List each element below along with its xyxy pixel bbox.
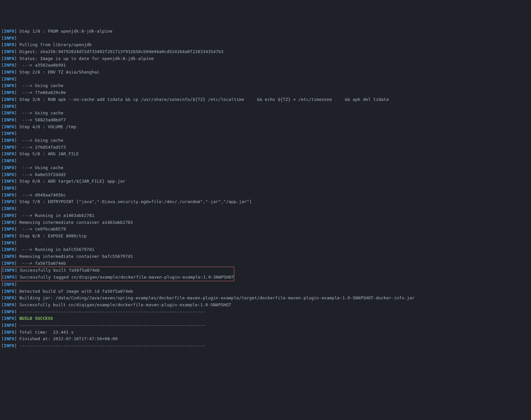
- bracket-close: ]: [14, 323, 19, 328]
- bracket-open: [: [1, 42, 4, 47]
- log-message: Step 4/8 : VOLUME /tmp: [19, 124, 76, 129]
- bracket-open: [: [1, 240, 4, 245]
- log-message: ---> Running in a1463abb2781: [19, 213, 94, 218]
- bracket-close: ]: [14, 309, 19, 314]
- log-level: INFO: [4, 233, 14, 238]
- log-level: INFO: [4, 76, 14, 81]
- log-level: INFO: [4, 97, 14, 102]
- log-line: [INFO]: [1, 185, 530, 192]
- bracket-close: ]: [14, 83, 19, 88]
- bracket-close: ]: [14, 42, 19, 47]
- bracket-close: ]: [14, 56, 19, 61]
- log-line: [INFO] ---------------------------------…: [1, 343, 530, 349]
- bracket-close: ]: [14, 90, 19, 95]
- bracket-open: [: [1, 172, 4, 177]
- log-line: [INFO] Pulling from library/openjdk: [1, 42, 530, 48]
- log-line: [INFO] Digest: sha256:94792824df2df33402…: [1, 48, 530, 55]
- bracket-open: [: [1, 56, 4, 61]
- log-line: [INFO]: [1, 103, 530, 110]
- log-message: ---> 77e66a629c0e: [19, 90, 66, 95]
- bracket-close: ]: [14, 240, 19, 245]
- log-line: [INFO] ---> Using cache: [1, 82, 530, 89]
- bracket-open: [: [1, 330, 4, 335]
- bracket-close: ]: [14, 117, 19, 122]
- log-level: INFO: [4, 323, 14, 328]
- bracket-open: [: [1, 76, 4, 81]
- bracket-close: ]: [14, 110, 19, 115]
- log-level: INFO: [4, 172, 14, 177]
- log-line: [INFO]: [1, 205, 530, 212]
- log-message: Successfully built cn/diqigan/example/do…: [19, 302, 231, 307]
- log-line: [INFO] Removing intermediate container a…: [1, 219, 530, 226]
- log-level: INFO: [4, 165, 14, 170]
- bracket-open: [: [1, 343, 4, 348]
- log-level: INFO: [4, 104, 14, 109]
- log-level: INFO: [4, 199, 14, 204]
- log-level: INFO: [4, 117, 14, 122]
- bracket-close: ]: [14, 206, 19, 211]
- bracket-open: [: [1, 261, 4, 266]
- log-message: Successfully tagged cn/diqigan/example/d…: [20, 275, 234, 280]
- bracket-open: [: [1, 289, 4, 294]
- bracket-open: [: [1, 220, 4, 225]
- bracket-open: [: [1, 29, 4, 34]
- log-line: [INFO] ---> 270d54fad5f3: [1, 144, 530, 151]
- bracket-close: ]: [14, 29, 19, 34]
- bracket-close: ]: [14, 63, 19, 68]
- log-message: ---> Using cache: [19, 83, 63, 88]
- bracket-open: [: [1, 206, 4, 211]
- bracket-close: ]: [14, 97, 19, 102]
- log-line: [INFO]: [1, 281, 530, 288]
- log-message: Step 3/8 : RUN apk --no-cache add tzdata…: [19, 97, 389, 102]
- bracket-close: ]: [14, 131, 19, 136]
- log-level: INFO: [4, 131, 14, 136]
- bracket-open: [: [2, 275, 4, 280]
- log-message: ----------------------------------------…: [19, 309, 206, 314]
- log-message: Step 8/8 : EXPOSE 8080/tcp: [19, 233, 87, 238]
- log-line: [INFO] Step 8/8 : EXPOSE 8080/tcp: [1, 233, 530, 240]
- bracket-close: ]: [14, 295, 19, 300]
- log-message: ---> a3562aa0b991: [19, 63, 66, 68]
- log-line: [INFO] Step 3/8 : RUN apk --no-cache add…: [1, 96, 530, 103]
- log-level: INFO: [4, 36, 14, 41]
- log-line: [INFO] Finished at: 2022-07-16T17:47:56+…: [1, 336, 530, 343]
- log-line: [INFO]: [1, 158, 530, 165]
- bracket-close: ]: [14, 145, 19, 150]
- log-level: INFO: [4, 247, 14, 252]
- bracket-open: [: [1, 302, 4, 307]
- bracket-open: [: [1, 36, 4, 41]
- log-line: [INFO] ---> a3562aa0b991: [1, 62, 530, 69]
- log-level: INFO: [4, 206, 14, 211]
- bracket-open: [: [1, 226, 4, 231]
- log-line: [INFO] Step 6/8 : ADD target/${JAR_FILE}…: [1, 178, 530, 185]
- bracket-open: [: [1, 158, 4, 163]
- bracket-open: [: [1, 295, 4, 300]
- log-level: INFO: [4, 110, 14, 115]
- log-message: ----------------------------------------…: [19, 323, 206, 328]
- bracket-close: ]: [14, 172, 19, 177]
- bracket-open: [: [1, 336, 4, 341]
- log-level: INFO: [4, 261, 14, 266]
- log-level: INFO: [4, 302, 14, 307]
- bracket-open: [: [1, 309, 4, 314]
- bracket-open: [: [1, 83, 4, 88]
- log-line: [INFO] ---> Using cache: [1, 165, 530, 171]
- log-message: Building jar: /data/Coding/Java/seven/sp…: [19, 295, 415, 300]
- log-message: ---> d949aa7405bc: [19, 193, 66, 197]
- bracket-close: ]: [14, 36, 19, 41]
- bracket-open: [: [1, 179, 4, 184]
- log-message: Pulling from library/openjdk: [19, 42, 92, 47]
- log-line: [INFO]: [1, 240, 530, 247]
- log-level: INFO: [4, 138, 14, 143]
- bracket-close: ]: [14, 282, 19, 287]
- bracket-open: [: [1, 282, 4, 287]
- log-level: INFO: [4, 49, 14, 54]
- bracket-close: ]: [15, 275, 20, 280]
- log-level: INFO: [4, 240, 14, 245]
- bracket-open: [: [1, 233, 4, 238]
- log-message: Digest: sha256:94792824df2df33402f201713…: [19, 49, 223, 54]
- bracket-open: [: [1, 213, 4, 218]
- log-line: [INFO]: [1, 130, 530, 137]
- bracket-open: [: [1, 254, 4, 259]
- bracket-close: ]: [14, 233, 19, 238]
